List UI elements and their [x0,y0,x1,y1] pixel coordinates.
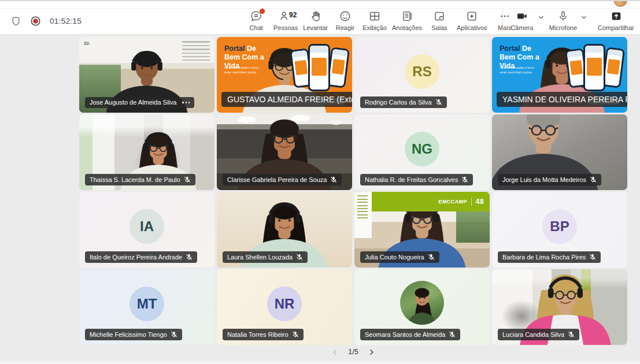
phone-mockup [308,44,330,91]
mic-muted-icon [171,331,177,338]
mic-muted-icon [428,254,435,261]
participant-name: Thaissa S. Lacerda M. de Paulo [90,177,180,183]
mic-muted-icon [186,254,193,261]
virtual-bg-side-strip [354,192,372,238]
mic-muted-icon [292,331,299,338]
participant-nameplate: Natalia Torres Ribeiro [223,329,304,340]
participant-tile[interactable]: IAItalo de Queiroz Pereira Andrade [79,192,214,268]
participant-tile[interactable]: Jorge Luis da Motta Medeiros [492,114,627,190]
participant-tile[interactable]: NRNatalia Torres Ribeiro [217,269,352,345]
participant-name: Rodrigo Carlos da Silva [365,99,432,106]
toolbar-center-buttons: Chat 92 Pessoas Levantar Reagir [244,10,517,31]
gallery-view-icon [368,10,381,23]
chat-button[interactable]: Chat [244,10,268,31]
rooms-icon [433,10,446,23]
participant-nameplate: Clarisse Gabriela Pereira de Souza [223,174,342,185]
smiley-icon [339,10,352,23]
participant-initials-avatar: NG [405,132,439,166]
participant-nameplate: Laura Shellen Louzada [223,251,308,263]
microphone-options-chevron[interactable] [580,14,587,21]
participant-nameplate: Italo de Queiroz Pereira Andrade [85,251,197,263]
camera-options-chevron[interactable] [538,14,545,21]
participant-nameplate: Thaissa S. Lacerda M. de Paulo [85,174,195,185]
participant-tile[interactable]: MTMichelle Felicissimo Tiengo [79,269,214,345]
participant-nameplate: Rodrigo Carlos da Silva [360,96,447,108]
virtual-bg-portal-subtitle: Onde informação e bem-estar caminham jun… [500,65,538,75]
participant-nameplate: Michelle Felicissimo Tiengo [85,329,182,340]
participant-tile[interactable]: Clarisse Gabriela Pereira de Souza [217,114,352,190]
participant-name: Julia Couto Nogueira [365,254,424,261]
participant-tile[interactable]: 48Jose Augusto de Almeida Silva [79,37,214,113]
participant-name: Michelle Felicissimo Tiengo [90,332,167,338]
participant-name: Luciara Candida Silva [502,332,564,338]
mic-muted-icon [568,331,575,338]
share-screen-icon [610,10,623,23]
meeting-toolbar: 01:52:15 Chat 92 Pessoas Levantar [0,1,640,35]
participant-tile[interactable]: BPBarbara de Lima Rocha Pires [492,192,627,268]
toolbar-right-buttons: Câmera Microfone Compartilhar [501,10,634,31]
participant-tile[interactable]: Luciara Candida Silva [492,269,627,345]
tile-more-icon[interactable] [182,102,190,103]
view-button[interactable]: Exibição [362,10,387,31]
participant-name: Laura Shellen Louzada [227,254,293,261]
participant-name: Jose Augusto de Almeida Silva [90,99,176,106]
participant-grid: 48Jose Augusto de Almeida SilvaPortal De… [79,37,627,345]
raised-hand-icon [309,10,322,23]
meeting-timer: 01:52:15 [50,17,82,25]
microphone-button[interactable]: Microfone [549,10,577,31]
raise-hand-button[interactable]: Levantar [303,10,328,31]
participant-name: Seomara Santos de Almeida [365,332,445,338]
rooms-button[interactable]: Salas [427,10,452,31]
participant-nameplate: GUSTAVO ALMEIDA FREIRE (Externo) [221,92,352,107]
mic-muted-icon [296,254,303,261]
chevron-right-icon [368,348,375,356]
participant-tile[interactable]: NGNathalia R. de Freitas Goncalves [354,114,490,190]
microphone-icon [557,10,569,23]
gallery-pagination: 1/5 [79,348,627,356]
participant-initials-avatar: NR [267,287,302,321]
participant-tile[interactable]: Thaissa S. Lacerda M. de Paulo [79,114,214,190]
chevron-down-icon [580,14,587,21]
react-button[interactable]: Reagir [333,10,357,31]
share-button[interactable]: Compartilhar [598,10,634,31]
mic-muted-icon [184,176,191,183]
shield-icon [10,15,21,27]
page-indicator: 1/5 [348,348,358,356]
phone-mockup [583,44,605,91]
window-bottom-edge [0,361,640,364]
participant-tile[interactable]: Laura Shellen Louzada [217,192,352,268]
participant-tile[interactable]: Portal De Bem Com a VidaOnde informação … [217,37,352,113]
participant-count: 92 [289,11,297,19]
participant-tile[interactable]: RSRodrigo Carlos da Silva [354,37,490,113]
participant-initials-avatar: BP [542,209,577,244]
participant-name: Barbara de Lima Rocha Pires [502,254,586,261]
mic-muted-icon [589,254,596,261]
participant-tile[interactable]: Portal De Bem Com a VidaOnde informação … [492,37,627,113]
apps-plus-icon [465,10,478,23]
chat-notification-dot [259,8,265,14]
participant-name: GUSTAVO ALMEIDA FREIRE (Externo) [227,95,352,103]
camera-button[interactable]: Câmera [510,10,534,31]
notes-button[interactable]: Anotações [392,10,422,31]
participant-nameplate: Jose Augusto de Almeida Silva [85,97,194,108]
participant-initials-avatar: IA [130,209,164,244]
participant-initials-avatar: RS [405,54,439,89]
participant-tile[interactable]: EMCCAMP48Julia Couto Nogueira [354,192,490,268]
participant-nameplate: Barbara de Lima Rocha Pires [498,251,601,263]
virtual-bg-portal-subtitle: Onde informação e bem-estar caminham jun… [224,65,262,75]
meeting-status: 01:52:15 [10,15,82,27]
camera-icon [516,10,528,23]
participant-nameplate: Luciara Candida Silva [498,329,579,340]
participant-nameplate: Julia Couto Nogueira [360,251,439,263]
recording-indicator-icon [30,16,41,27]
profile-avatar[interactable] [613,0,627,7]
previous-page-button[interactable] [331,348,339,356]
participant-name: Natalia Torres Ribeiro [227,332,288,338]
participant-nameplate: Nathalia R. de Freitas Goncalves [360,174,473,185]
people-button[interactable]: 92 Pessoas [273,10,298,31]
next-page-button[interactable] [368,348,375,356]
participant-tile[interactable]: Seomara Santos de Almeida [354,269,490,345]
apps-button[interactable]: Aplicativos [457,10,487,31]
participant-initials-avatar: MT [130,287,164,321]
participant-photo-avatar [400,281,444,325]
